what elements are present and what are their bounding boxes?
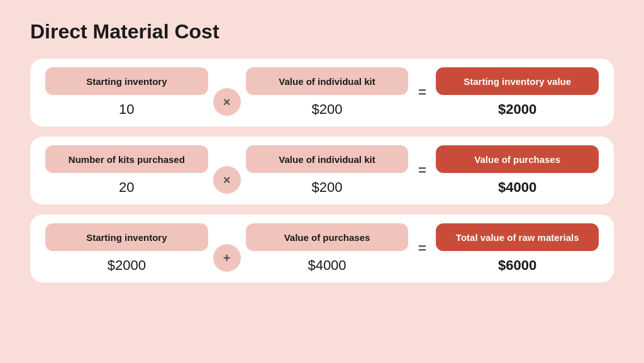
equation-block-1: Number of kits purchased20×Value of indi… — [30, 137, 614, 204]
cell-value-1-4: $4000 — [498, 179, 536, 196]
main-container: Direct Material Cost Starting inventory1… — [0, 0, 644, 363]
cell-2-0: Starting inventory$2000 — [45, 223, 208, 274]
equals-sign-0: = — [408, 79, 436, 106]
operator-2-1: + — [213, 244, 241, 272]
cell-2-4: Total value of raw materials$6000 — [436, 223, 599, 274]
cell-label-1-0: Number of kits purchased — [45, 145, 208, 173]
equals-sign-1: = — [408, 157, 436, 184]
cell-label-0-0: Starting inventory — [45, 67, 208, 95]
cell-value-0-0: 10 — [119, 101, 134, 118]
cell-label-2-2: Value of purchases — [246, 223, 409, 251]
page-title: Direct Material Cost — [30, 20, 614, 43]
cell-0-2: Value of individual kit$200 — [246, 67, 409, 118]
cell-1-4: Value of purchases$4000 — [436, 145, 599, 196]
cell-1-2: Value of individual kit$200 — [246, 145, 409, 196]
cell-value-1-0: 20 — [119, 179, 134, 196]
equation-row-2: Starting inventory$2000+Value of purchas… — [30, 215, 614, 282]
cell-value-2-2: $4000 — [308, 257, 346, 274]
cell-value-0-4: $2000 — [498, 101, 536, 118]
cell-1-0: Number of kits purchased20 — [45, 145, 208, 196]
cell-value-2-4: $6000 — [498, 257, 536, 274]
equation-row-1: Number of kits purchased20×Value of indi… — [30, 137, 614, 204]
equation-block-0: Starting inventory10×Value of individual… — [30, 59, 614, 126]
cell-2-2: Value of purchases$4000 — [246, 223, 409, 274]
cell-label-1-4: Value of purchases — [436, 145, 599, 173]
equation-row-0: Starting inventory10×Value of individual… — [30, 59, 614, 126]
cell-label-2-0: Starting inventory — [45, 223, 208, 251]
equals-sign-2: = — [408, 235, 436, 262]
equation-block-2: Starting inventory$2000+Value of purchas… — [30, 215, 614, 282]
cell-label-0-4: Starting inventory value — [436, 67, 599, 95]
cell-0-4: Starting inventory value$2000 — [436, 67, 599, 118]
cell-value-0-2: $200 — [312, 101, 343, 118]
cell-value-1-2: $200 — [312, 179, 343, 196]
cell-label-2-4: Total value of raw materials — [436, 223, 599, 251]
operator-1-1: × — [213, 166, 241, 194]
cell-value-2-0: $2000 — [108, 257, 146, 274]
cell-label-0-2: Value of individual kit — [246, 67, 409, 95]
cell-0-0: Starting inventory10 — [45, 67, 208, 118]
cell-label-1-2: Value of individual kit — [246, 145, 409, 173]
operator-0-1: × — [213, 88, 241, 116]
